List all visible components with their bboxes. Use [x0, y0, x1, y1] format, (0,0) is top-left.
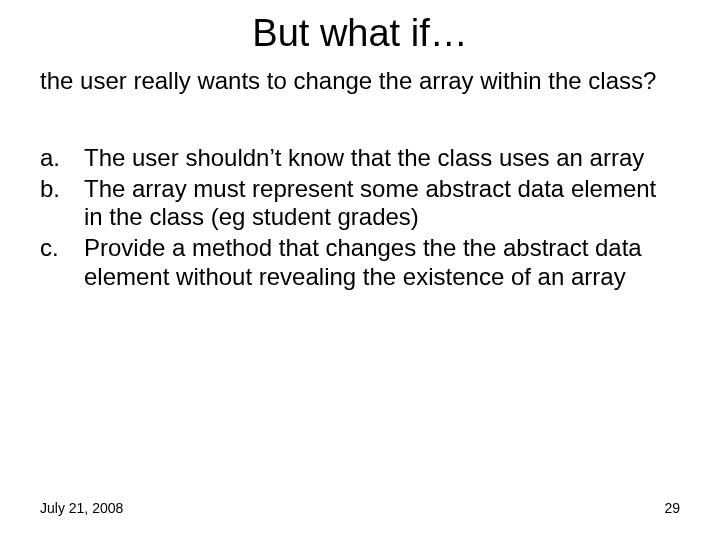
slide: But what if… the user really wants to ch… — [0, 0, 720, 540]
list-text: The array must represent some abstract d… — [84, 175, 680, 233]
list-item: c. Provide a method that changes the the… — [40, 234, 680, 292]
footer-date: July 21, 2008 — [40, 500, 123, 516]
slide-body: the user really wants to change the arra… — [0, 61, 720, 292]
ordered-list: a. The user shouldn’t know that the clas… — [40, 144, 680, 292]
list-text: Provide a method that changes the the ab… — [84, 234, 680, 292]
list-item: a. The user shouldn’t know that the clas… — [40, 144, 680, 173]
list-marker: a. — [40, 144, 84, 173]
list-marker: b. — [40, 175, 84, 233]
list-text: The user shouldn’t know that the class u… — [84, 144, 680, 173]
footer-page-number: 29 — [664, 500, 680, 516]
slide-title: But what if… — [0, 0, 720, 61]
list-item: b. The array must represent some abstrac… — [40, 175, 680, 233]
list-marker: c. — [40, 234, 84, 292]
intro-text: the user really wants to change the arra… — [40, 67, 680, 96]
